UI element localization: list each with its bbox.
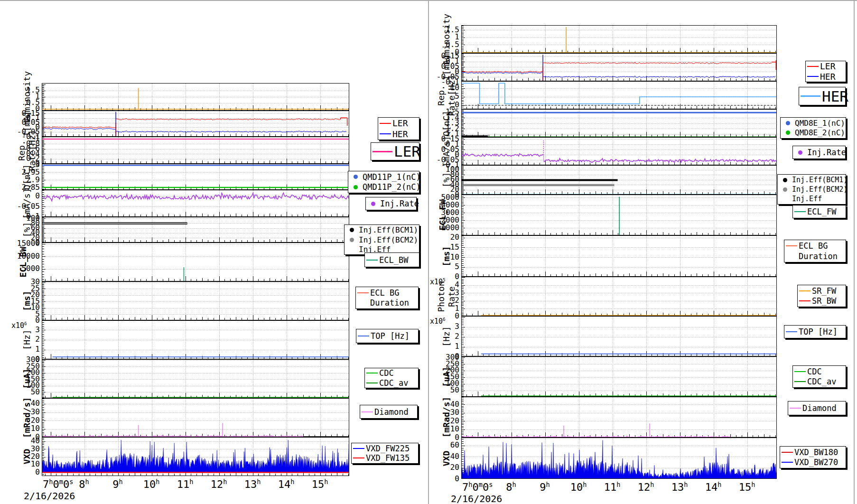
legend-dot-swatch: [350, 228, 354, 232]
legend-label: CDC_av: [379, 378, 408, 388]
legend-marker: [378, 123, 392, 124]
legend-box: TOP [Hz]: [784, 325, 846, 338]
legend-marker: [348, 185, 363, 189]
legend-entry: ECL_BW: [365, 255, 419, 265]
x-axis-time-label: 13h: [661, 481, 699, 493]
legend-entry: VXD_BW270: [780, 457, 846, 467]
legend-entry: Inj.Eff(BCM2): [345, 235, 419, 244]
legend-entry: ECL_FW: [793, 207, 846, 216]
legend-marker: [356, 336, 371, 336]
y-axis-title: VXD: [442, 430, 451, 487]
legend-entry: Inj.Eff(BCM2): [778, 185, 846, 194]
legend-line-swatch: [799, 290, 810, 291]
legend-box: LER: [371, 142, 419, 160]
subplot-eclfw: [461, 195, 777, 235]
legend-marker: [778, 187, 792, 192]
legend-label: ECL_FW: [807, 207, 836, 216]
legend-label: ECL BG: [370, 288, 399, 298]
legend-box: ECL BGDuration: [784, 240, 846, 262]
legend-line-swatch: [801, 95, 820, 97]
legend-dot-swatch: [371, 202, 375, 206]
legend-entry: CDC_av: [365, 378, 418, 388]
series-HER-current: [543, 76, 775, 78]
date-label: 2/16/2026: [24, 490, 75, 502]
legend-label: SR_BW: [812, 296, 836, 306]
beam-background-monitor: 1.510.50Luminosity0.150.10.050-0.05-0.1I…: [0, 0, 857, 504]
legend-entry: Duration: [784, 252, 846, 261]
legend-label: QMD11P_2(nC): [363, 182, 421, 192]
legend-entry: Inj.Eff: [778, 195, 846, 203]
legend-entry: Inj.Eff(BCM1): [345, 225, 419, 234]
legend-entry: Duration: [356, 298, 418, 308]
legend-label: HER: [392, 129, 408, 139]
legend-marker: [806, 76, 820, 77]
legend-box: LERHER: [805, 61, 846, 82]
legend-entry: QMD8E_1(nC): [781, 119, 846, 128]
legend-entry: TOP [Hz]: [784, 327, 846, 336]
legend-entry: QMD8E_2(nC): [781, 128, 846, 137]
subplot-eclbg: [461, 235, 777, 277]
axis-scale-label: x105: [430, 277, 446, 286]
x-axis-time-label: 7h0m0s: [462, 481, 493, 493]
legend-line-swatch: [807, 66, 819, 67]
legend-label: VXD_FW135: [366, 453, 410, 463]
legend-entry: LER: [806, 61, 846, 71]
legend-line-swatch: [786, 331, 797, 332]
subplot-reprate: [461, 81, 777, 109]
legend-marker: [371, 151, 394, 152]
legend-marker: [345, 238, 359, 242]
legend-marker: [784, 331, 799, 332]
legend-label: VXD_BW180: [794, 448, 838, 457]
legend-marker: [793, 211, 807, 212]
legend-marker: [798, 290, 812, 291]
legend-entry: Inj.Rate: [366, 199, 416, 208]
legend-label: VXD_BW270: [794, 457, 838, 467]
legend-label: LER: [394, 143, 420, 160]
legend-label: Inj.Eff: [792, 195, 822, 203]
legend-line-swatch: [366, 260, 378, 261]
subplot-diamond: [461, 397, 777, 438]
legend-entry: ECL BG: [784, 241, 846, 251]
legend-line-swatch: [807, 76, 819, 77]
legend-dot-swatch: [798, 150, 802, 155]
legend-box: QMD8E_1(nC)QMD8E_2(nC): [780, 117, 846, 139]
legend-box: CDCCDC_av: [792, 365, 846, 388]
legend-marker: [798, 300, 812, 301]
legend-marker: [780, 462, 794, 463]
subplot-cdc: [461, 356, 777, 397]
legend-dot-swatch: [354, 185, 358, 189]
legend-marker: [345, 228, 359, 232]
legend-line-swatch: [786, 245, 797, 246]
legend-entry: HER: [378, 129, 419, 139]
legend-entry: Diamond: [360, 407, 417, 417]
legend-label: HER: [820, 72, 836, 82]
x-axis-time-label: 12h: [627, 481, 665, 493]
x-axis-time-label: 15h: [728, 481, 766, 493]
series-Inj.Rate: [462, 153, 543, 156]
legend-line-swatch: [362, 411, 373, 412]
legend-entry: Inj.Eff(BCM1): [778, 176, 846, 184]
legend-entry: LER: [371, 143, 419, 160]
legend-line-swatch: [794, 381, 806, 382]
legend-entry: CDC: [793, 367, 846, 376]
subplot-vxd: [461, 438, 777, 479]
legend-marker: [778, 178, 792, 182]
legend-marker: [806, 66, 820, 67]
legend-label: Diamond: [374, 407, 409, 417]
subplot-photon: [461, 277, 777, 316]
legend-box: LERHER: [378, 117, 419, 140]
legend-entry: HER: [806, 72, 846, 82]
legend-dot-swatch: [354, 175, 358, 179]
legend-marker: [366, 202, 380, 206]
legend-label: Inj.Eff(BCM1): [792, 176, 848, 184]
date-label: 2/16/2026: [451, 493, 502, 504]
legend-box: VXD_FW225VXD_FW135: [351, 443, 419, 464]
x-axis-time-label: 10h: [559, 481, 597, 493]
series-HER-current: [462, 73, 542, 74]
legend-entry: Inj.Rate: [793, 148, 845, 157]
series-Inj.Rate: [543, 159, 776, 163]
legend-entry: CDC: [365, 368, 418, 378]
legend-label: LER: [820, 61, 836, 71]
legend-label: Inj.Eff(BCM2): [792, 185, 848, 194]
legend-entry: QMD11P_1(nC): [348, 172, 419, 182]
